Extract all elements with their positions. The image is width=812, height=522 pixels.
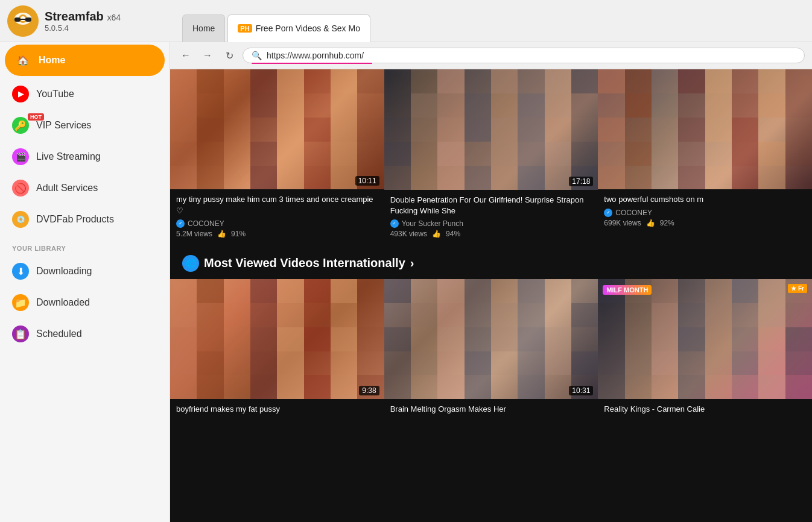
sidebar-label-adult: Adult Services	[36, 183, 98, 193]
like-icon: 👍	[432, 230, 441, 238]
mosaic-overlay	[598, 69, 812, 189]
channel-name: COCONEY	[615, 209, 652, 217]
mosaic-overlay	[384, 69, 598, 190]
video-card[interactable]: MILF MONTH★ Fr Reality Kings - Carmen Ca…	[598, 279, 812, 423]
url-bar[interactable]: 🔍 https://www.pornhub.com/	[243, 48, 805, 63]
mosaic-overlay	[170, 279, 384, 399]
video-card[interactable]: 9:38 boyfriend makes my fat pussy	[170, 279, 384, 423]
video-channel: ✓ COCONEY	[604, 209, 806, 217]
sidebar-label-youtube: YouTube	[36, 89, 74, 99]
hot-badge: HOT	[28, 113, 44, 121]
downloading-icon: ⬇	[12, 263, 29, 280]
main-layout: 🏠 Home ▶ YouTube 🔑 VIP Services HOT 🎬 Li…	[0, 42, 812, 522]
like-pct: 92%	[660, 219, 674, 227]
top-bar: Streamfab x64 5.0.5.4 Home PH Free Porn …	[0, 0, 812, 42]
sidebar-label-home: Home	[39, 55, 65, 66]
section-header-2: 🌐 Most Viewed Videos Internationally ›	[170, 243, 812, 279]
video-title: boyfriend makes my fat pussy	[176, 404, 378, 415]
sidebar-item-downloaded[interactable]: 📁 Downloaded	[0, 287, 170, 318]
tabs-bar: Home PH Free Porn Videos & Sex Mo	[176, 0, 805, 42]
video-stats: 5.2M views 👍 91%	[176, 230, 378, 238]
video-info: two powerful cumshots on m ✓ COCONEY 699…	[598, 189, 812, 231]
section-title-2: Most Viewed Videos Internationally	[204, 256, 405, 270]
tab-home[interactable]: Home	[182, 14, 225, 42]
forward-button[interactable]: →	[199, 47, 216, 64]
globe-icon: 🌐	[182, 255, 199, 272]
video-thumbnail: 10:11	[170, 69, 384, 189]
like-icon: 👍	[646, 219, 655, 227]
dvdfab-icon: 💿	[12, 211, 29, 228]
app-version: 5.0.5.4	[45, 24, 121, 33]
video-info: my tiny pussy make him cum 3 times and o…	[170, 189, 384, 242]
video-info: Reality Kings - Carmen Calie	[598, 399, 812, 423]
adult-icon: 🚫	[12, 180, 29, 197]
sidebar-label-streaming: Live Streaming	[36, 151, 101, 162]
svg-rect-5	[25, 17, 31, 22]
video-stats: 493K views 👍 94%	[390, 230, 592, 238]
sidebar-item-adult[interactable]: 🚫 Adult Services	[0, 172, 170, 204]
section-chevron-2[interactable]: ›	[410, 256, 414, 270]
channel-name: Your Sucker Punch	[402, 219, 463, 228]
video-card[interactable]: 17:18 Double Penetration For Our Girlfri…	[384, 69, 598, 243]
url-text: https://www.pornhub.com/	[267, 51, 364, 60]
app-logo	[7, 5, 39, 37]
logo-area: Streamfab x64 5.0.5.4	[7, 5, 176, 37]
mosaic-overlay	[598, 279, 812, 399]
content-area: 10:11 my tiny pussy make him cum 3 times…	[170, 69, 812, 522]
streaming-icon: 🎬	[12, 148, 29, 165]
video-thumbnail: 10:31	[384, 279, 598, 400]
sidebar-item-home[interactable]: 🏠 Home	[5, 45, 165, 76]
sidebar-label-vip: VIP Services	[36, 120, 91, 131]
sidebar-item-dvdfab[interactable]: 💿 DVDFab Products	[0, 204, 170, 235]
video-card[interactable]: 10:11 my tiny pussy make him cum 3 times…	[170, 69, 384, 243]
mosaic-overlay	[384, 279, 598, 400]
home-icon: 🏠	[14, 52, 31, 69]
video-grid-bottom: 9:38 boyfriend makes my fat pussy 10:31 …	[170, 279, 812, 423]
video-stats: 699K views 👍 92%	[604, 219, 806, 227]
video-card[interactable]: two powerful cumshots on m ✓ COCONEY 699…	[598, 69, 812, 243]
video-title: Brain Melting Orgasm Makes Her	[390, 404, 592, 415]
video-title: my tiny pussy make him cum 3 times and o…	[176, 194, 378, 216]
svg-rect-4	[14, 17, 21, 22]
sidebar-label-downloading: Downloading	[36, 266, 92, 277]
sidebar-item-downloading[interactable]: ⬇ Downloading	[0, 256, 170, 287]
video-thumbnail: 9:38	[170, 279, 384, 399]
app-name: Streamfab x64	[45, 10, 121, 24]
mosaic-overlay	[170, 69, 384, 189]
sidebar-label-scheduled: Scheduled	[36, 329, 82, 339]
tab-pornhub-label: Free Porn Videos & Sex Mo	[256, 24, 360, 33]
tab-home-label: Home	[192, 24, 215, 33]
verified-icon: ✓	[176, 219, 185, 228]
video-title: Reality Kings - Carmen Calie	[604, 404, 806, 415]
video-channel: ✓ COCONEY	[176, 219, 378, 228]
downloaded-icon: 📁	[12, 294, 29, 311]
sidebar-label-dvdfab: DVDFab Products	[36, 214, 114, 225]
video-thumbnail	[598, 69, 812, 189]
sidebar-item-streaming[interactable]: 🎬 Live Streaming	[0, 141, 170, 172]
verified-icon: ✓	[604, 209, 612, 217]
logo-text: Streamfab x64 5.0.5.4	[45, 10, 121, 33]
vip-icon: 🔑	[12, 117, 29, 134]
video-duration: 10:31	[569, 386, 593, 395]
free-badge: ★ Fr	[788, 284, 807, 293]
video-card[interactable]: 10:31 Brain Melting Orgasm Makes Her	[384, 279, 598, 423]
back-button[interactable]: ←	[177, 47, 194, 64]
video-thumbnail: 17:18	[384, 69, 598, 190]
sidebar-item-vip[interactable]: 🔑 VIP Services HOT	[0, 110, 170, 141]
sidebar: 🏠 Home ▶ YouTube 🔑 VIP Services HOT 🎬 Li…	[0, 42, 170, 522]
view-count: 5.2M views	[176, 230, 212, 238]
sidebar-item-youtube[interactable]: ▶ YouTube	[0, 78, 170, 110]
milf-badge: MILF MONTH	[603, 284, 652, 295]
tab-pornhub[interactable]: PH Free Porn Videos & Sex Mo	[227, 14, 370, 42]
app-arch: x64	[107, 13, 121, 22]
refresh-button[interactable]: ↻	[221, 47, 238, 64]
view-count: 699K views	[604, 219, 641, 227]
search-icon: 🔍	[252, 51, 262, 60]
video-duration: 17:18	[569, 177, 593, 186]
sidebar-item-scheduled[interactable]: 📋 Scheduled	[0, 318, 170, 350]
video-channel: ✓ Your Sucker Punch	[390, 219, 592, 228]
like-icon: 👍	[217, 230, 226, 238]
like-pct: 91%	[231, 230, 246, 238]
video-thumbnail: MILF MONTH★ Fr	[598, 279, 812, 399]
address-bar: ← → ↻ 🔍 https://www.pornhub.com/	[170, 42, 812, 69]
